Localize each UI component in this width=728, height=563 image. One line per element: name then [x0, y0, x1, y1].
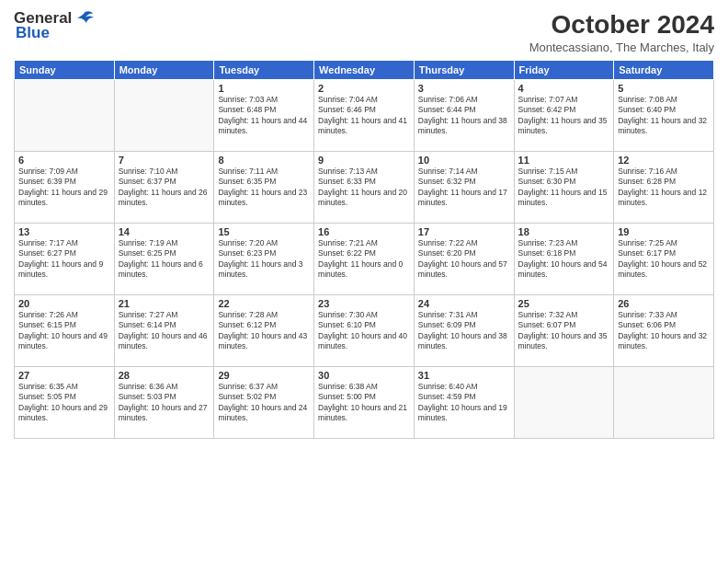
- table-row: 18Sunrise: 7:23 AM Sunset: 6:18 PM Dayli…: [514, 223, 614, 294]
- day-number: 14: [119, 226, 210, 237]
- table-row: 13Sunrise: 7:17 AM Sunset: 6:27 PM Dayli…: [15, 223, 115, 294]
- title-block: October 2024 Montecassiano, The Marches,…: [529, 9, 714, 54]
- table-row: 26Sunrise: 7:33 AM Sunset: 6:06 PM Dayli…: [614, 294, 714, 366]
- cell-info: Sunrise: 7:20 AM Sunset: 6:23 PM Dayligh…: [218, 238, 310, 281]
- day-number: 19: [618, 226, 710, 237]
- day-number: 13: [18, 226, 110, 237]
- cell-info: Sunrise: 7:25 AM Sunset: 6:17 PM Dayligh…: [618, 238, 710, 281]
- table-row: 10Sunrise: 7:14 AM Sunset: 6:32 PM Dayli…: [414, 151, 514, 223]
- table-row: 6Sunrise: 7:09 AM Sunset: 6:39 PM Daylig…: [15, 151, 115, 223]
- cell-info: Sunrise: 7:15 AM Sunset: 6:30 PM Dayligh…: [518, 167, 610, 209]
- day-number: 25: [518, 298, 610, 309]
- cell-info: Sunrise: 6:36 AM Sunset: 5:03 PM Dayligh…: [119, 382, 210, 424]
- day-number: 2: [318, 83, 410, 94]
- cell-info: Sunrise: 7:14 AM Sunset: 6:32 PM Dayligh…: [418, 167, 510, 209]
- cell-info: Sunrise: 7:28 AM Sunset: 6:12 PM Dayligh…: [218, 310, 310, 352]
- table-row: 16Sunrise: 7:21 AM Sunset: 6:22 PM Dayli…: [314, 223, 415, 294]
- day-number: 24: [418, 298, 510, 309]
- table-row: 20Sunrise: 7:26 AM Sunset: 6:15 PM Dayli…: [15, 294, 115, 366]
- day-number: 23: [318, 298, 410, 309]
- day-number: 29: [218, 370, 310, 381]
- day-number: 17: [418, 226, 510, 237]
- table-row: 21Sunrise: 7:27 AM Sunset: 6:14 PM Dayli…: [114, 294, 214, 366]
- day-number: 3: [418, 83, 510, 94]
- logo: General Blue: [14, 9, 94, 42]
- table-row: [614, 366, 714, 438]
- header-monday: Monday: [114, 60, 214, 79]
- table-row: 24Sunrise: 7:31 AM Sunset: 6:09 PM Dayli…: [414, 294, 514, 366]
- day-number: 16: [318, 226, 410, 237]
- header-wednesday: Wednesday: [314, 60, 415, 79]
- header-friday: Friday: [514, 60, 614, 79]
- day-number: 12: [618, 155, 710, 166]
- cell-info: Sunrise: 7:19 AM Sunset: 6:25 PM Dayligh…: [119, 238, 210, 281]
- day-number: 28: [119, 370, 210, 381]
- cell-info: Sunrise: 7:30 AM Sunset: 6:10 PM Dayligh…: [318, 310, 410, 352]
- cell-info: Sunrise: 7:04 AM Sunset: 6:46 PM Dayligh…: [318, 95, 410, 137]
- table-row: 2Sunrise: 7:04 AM Sunset: 6:46 PM Daylig…: [314, 79, 415, 151]
- table-row: 30Sunrise: 6:38 AM Sunset: 5:00 PM Dayli…: [314, 366, 415, 438]
- calendar-week-row: 27Sunrise: 6:35 AM Sunset: 5:05 PM Dayli…: [15, 366, 714, 438]
- logo-bird-icon: [74, 10, 94, 27]
- table-row: [15, 79, 115, 151]
- table-row: 3Sunrise: 7:06 AM Sunset: 6:44 PM Daylig…: [414, 79, 514, 151]
- cell-info: Sunrise: 7:13 AM Sunset: 6:33 PM Dayligh…: [318, 167, 410, 209]
- day-number: 6: [18, 155, 110, 166]
- cell-info: Sunrise: 7:26 AM Sunset: 6:15 PM Dayligh…: [18, 310, 110, 352]
- cell-info: Sunrise: 7:21 AM Sunset: 6:22 PM Dayligh…: [318, 238, 410, 281]
- page: General Blue October 2024 Montecassiano,…: [0, 0, 728, 563]
- table-row: 8Sunrise: 7:11 AM Sunset: 6:35 PM Daylig…: [214, 151, 314, 223]
- table-row: 19Sunrise: 7:25 AM Sunset: 6:17 PM Dayli…: [614, 223, 714, 294]
- day-number: 10: [418, 155, 510, 166]
- cell-info: Sunrise: 7:07 AM Sunset: 6:42 PM Dayligh…: [518, 95, 610, 137]
- cell-info: Sunrise: 6:40 AM Sunset: 4:59 PM Dayligh…: [418, 382, 510, 424]
- day-number: 9: [318, 155, 410, 166]
- table-row: 12Sunrise: 7:16 AM Sunset: 6:28 PM Dayli…: [614, 151, 714, 223]
- calendar-week-row: 6Sunrise: 7:09 AM Sunset: 6:39 PM Daylig…: [15, 151, 714, 223]
- table-row: 29Sunrise: 6:37 AM Sunset: 5:02 PM Dayli…: [214, 366, 314, 438]
- table-row: 23Sunrise: 7:30 AM Sunset: 6:10 PM Dayli…: [314, 294, 415, 366]
- cell-info: Sunrise: 7:10 AM Sunset: 6:37 PM Dayligh…: [119, 167, 210, 209]
- header-sunday: Sunday: [15, 60, 115, 79]
- cell-info: Sunrise: 7:06 AM Sunset: 6:44 PM Dayligh…: [418, 95, 510, 137]
- cell-info: Sunrise: 6:37 AM Sunset: 5:02 PM Dayligh…: [218, 382, 310, 424]
- table-row: 31Sunrise: 6:40 AM Sunset: 4:59 PM Dayli…: [414, 366, 514, 438]
- cell-info: Sunrise: 7:33 AM Sunset: 6:06 PM Dayligh…: [618, 310, 710, 352]
- table-row: 28Sunrise: 6:36 AM Sunset: 5:03 PM Dayli…: [114, 366, 214, 438]
- cell-info: Sunrise: 7:11 AM Sunset: 6:35 PM Dayligh…: [218, 167, 310, 209]
- day-number: 8: [218, 155, 310, 166]
- cell-info: Sunrise: 7:09 AM Sunset: 6:39 PM Dayligh…: [18, 167, 110, 209]
- cell-info: Sunrise: 6:38 AM Sunset: 5:00 PM Dayligh…: [318, 382, 410, 424]
- day-number: 30: [318, 370, 410, 381]
- day-number: 15: [218, 226, 310, 237]
- cell-info: Sunrise: 7:31 AM Sunset: 6:09 PM Dayligh…: [418, 310, 510, 352]
- day-number: 4: [518, 83, 610, 94]
- month-title: October 2024: [529, 9, 714, 40]
- table-row: 11Sunrise: 7:15 AM Sunset: 6:30 PM Dayli…: [514, 151, 614, 223]
- day-number: 20: [18, 298, 110, 309]
- table-row: 1Sunrise: 7:03 AM Sunset: 6:48 PM Daylig…: [214, 79, 314, 151]
- table-row: 5Sunrise: 7:08 AM Sunset: 6:40 PM Daylig…: [614, 79, 714, 151]
- day-number: 31: [418, 370, 510, 381]
- day-number: 11: [518, 155, 610, 166]
- calendar-table: Sunday Monday Tuesday Wednesday Thursday…: [14, 60, 714, 439]
- cell-info: Sunrise: 7:08 AM Sunset: 6:40 PM Dayligh…: [618, 95, 710, 137]
- table-row: 14Sunrise: 7:19 AM Sunset: 6:25 PM Dayli…: [114, 223, 214, 294]
- cell-info: Sunrise: 7:17 AM Sunset: 6:27 PM Dayligh…: [18, 238, 110, 281]
- day-number: 22: [218, 298, 310, 309]
- table-row: 4Sunrise: 7:07 AM Sunset: 6:42 PM Daylig…: [514, 79, 614, 151]
- day-number: 7: [119, 155, 210, 166]
- table-row: [114, 79, 214, 151]
- table-row: 7Sunrise: 7:10 AM Sunset: 6:37 PM Daylig…: [114, 151, 214, 223]
- cell-info: Sunrise: 6:35 AM Sunset: 5:05 PM Dayligh…: [18, 382, 110, 424]
- day-number: 5: [618, 83, 710, 94]
- table-row: 25Sunrise: 7:32 AM Sunset: 6:07 PM Dayli…: [514, 294, 614, 366]
- header-tuesday: Tuesday: [214, 60, 314, 79]
- table-row: 15Sunrise: 7:20 AM Sunset: 6:23 PM Dayli…: [214, 223, 314, 294]
- cell-info: Sunrise: 7:22 AM Sunset: 6:20 PM Dayligh…: [418, 238, 510, 281]
- table-row: 9Sunrise: 7:13 AM Sunset: 6:33 PM Daylig…: [314, 151, 415, 223]
- day-number: 27: [18, 370, 110, 381]
- day-number: 21: [119, 298, 210, 309]
- table-row: 22Sunrise: 7:28 AM Sunset: 6:12 PM Dayli…: [214, 294, 314, 366]
- calendar-week-row: 1Sunrise: 7:03 AM Sunset: 6:48 PM Daylig…: [15, 79, 714, 151]
